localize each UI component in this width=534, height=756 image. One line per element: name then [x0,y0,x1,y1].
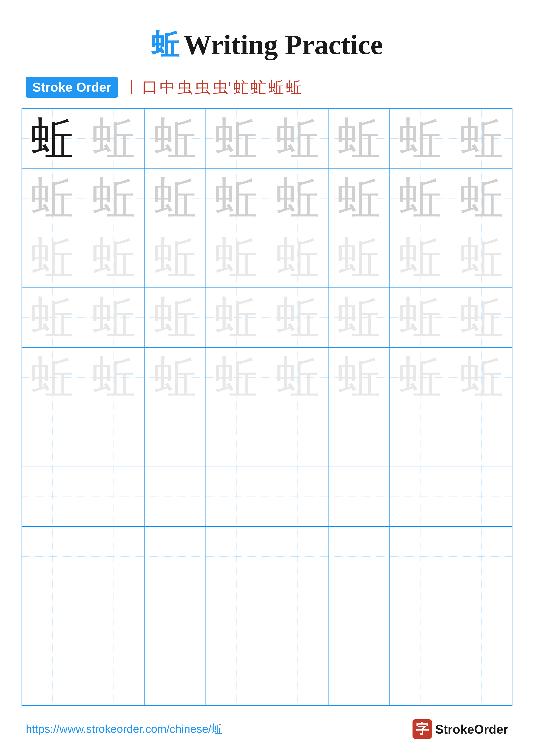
grid-cell[interactable] [22,646,83,706]
grid-cell[interactable]: 蚯 [144,347,206,407]
grid-cell[interactable]: 蚯 [390,109,451,168]
grid-cell[interactable]: 蚯 [22,168,83,228]
grid-cell[interactable]: 蚯 [267,109,328,168]
char-display: 蚯 [92,294,135,341]
grid-cell[interactable]: 蚯 [206,109,267,168]
grid-cell[interactable] [328,586,390,646]
grid-cell[interactable] [451,646,512,706]
grid-cell[interactable] [83,586,144,646]
table-row: 蚯 蚯 蚯 蚯 蚯 蚯 蚯 蚯 [22,168,512,228]
grid-cell[interactable]: 蚯 [451,347,512,407]
grid-cell[interactable]: 蚯 [22,288,83,347]
grid-cell[interactable]: 蚯 [22,109,83,168]
grid-cell[interactable]: 蚯 [22,228,83,288]
grid-cell[interactable] [267,407,328,467]
grid-cell[interactable]: 蚯 [144,109,206,168]
grid-cell[interactable]: 蚯 [328,288,390,347]
grid-cell[interactable]: 蚯 [267,288,328,347]
grid-cell[interactable] [206,526,267,586]
grid-cell[interactable]: 蚯 [328,109,390,168]
grid-cell[interactable]: 蚯 [328,228,390,288]
stroke-order-badge: Stroke Order [26,77,118,97]
grid-cell[interactable] [144,586,206,646]
grid-cell[interactable] [83,467,144,526]
char-display: 蚯 [215,353,258,401]
grid-cell[interactable] [328,467,390,526]
grid-cell[interactable]: 蚯 [83,168,144,228]
grid-cell[interactable]: 蚯 [206,288,267,347]
grid-cell[interactable] [328,526,390,586]
char-display: 蚯 [460,353,503,401]
grid-cell[interactable]: 蚯 [267,347,328,407]
grid-cell[interactable]: 蚯 [451,109,512,168]
stroke-order-section: Stroke Order 丨 口 中 虫 虫 虫' 虻 虻 蚯 蚯 [0,77,534,97]
grid-cell[interactable]: 蚯 [144,288,206,347]
grid-cell[interactable] [267,646,328,706]
grid-cell[interactable] [206,407,267,467]
table-row: 蚯 蚯 蚯 蚯 蚯 蚯 蚯 蚯 [22,109,512,168]
grid-cell[interactable] [22,586,83,646]
table-row [22,467,512,526]
grid-cell[interactable]: 蚯 [83,109,144,168]
char-display: 蚯 [92,174,135,222]
grid-cell[interactable] [267,467,328,526]
grid-cell[interactable]: 蚯 [206,168,267,228]
grid-cell[interactable] [390,646,451,706]
grid-cell[interactable]: 蚯 [451,168,512,228]
grid-cell[interactable]: 蚯 [83,347,144,407]
stroke-2: 口 [142,77,158,97]
grid-cell[interactable]: 蚯 [390,228,451,288]
grid-cell[interactable] [390,586,451,646]
char-display: 蚯 [399,353,442,401]
practice-grid: 蚯 蚯 蚯 蚯 蚯 蚯 蚯 蚯 蚯 蚯 蚯 蚯 蚯 蚯 蚯 蚯 蚯 蚯 蚯 蚯 … [21,108,513,706]
grid-cell[interactable] [144,646,206,706]
grid-cell[interactable]: 蚯 [144,168,206,228]
grid-cell[interactable] [22,407,83,467]
grid-cell[interactable]: 蚯 [267,228,328,288]
char-display: 蚯 [399,174,442,222]
grid-cell[interactable] [451,407,512,467]
grid-cell[interactable]: 蚯 [451,228,512,288]
grid-cell[interactable] [328,646,390,706]
char-display: 蚯 [460,294,503,341]
char-display: 蚯 [399,294,442,341]
grid-cell[interactable] [390,467,451,526]
grid-cell[interactable] [390,526,451,586]
grid-cell[interactable] [83,646,144,706]
grid-cell[interactable]: 蚯 [83,288,144,347]
grid-cell[interactable]: 蚯 [390,347,451,407]
grid-cell[interactable] [206,586,267,646]
grid-cell[interactable] [22,526,83,586]
grid-cell[interactable]: 蚯 [390,288,451,347]
grid-cell[interactable]: 蚯 [206,228,267,288]
page-title: 蚯Writing Practice [0,0,534,77]
grid-cell[interactable]: 蚯 [390,168,451,228]
grid-cell[interactable] [451,586,512,646]
grid-cell[interactable]: 蚯 [22,347,83,407]
grid-cell[interactable] [267,586,328,646]
stroke-5: 虫 [195,77,211,97]
grid-cell[interactable] [144,407,206,467]
grid-cell[interactable] [206,467,267,526]
grid-cell[interactable] [267,526,328,586]
grid-cell[interactable]: 蚯 [451,288,512,347]
grid-cell[interactable]: 蚯 [144,228,206,288]
char-display: 蚯 [215,174,258,222]
grid-cell[interactable] [206,646,267,706]
grid-cell[interactable] [390,407,451,467]
grid-cell[interactable] [83,407,144,467]
grid-cell[interactable] [22,467,83,526]
char-display: 蚯 [31,234,74,282]
grid-cell[interactable] [451,467,512,526]
grid-cell[interactable] [328,407,390,467]
char-display: 蚯 [215,115,258,162]
grid-cell[interactable] [83,526,144,586]
grid-cell[interactable]: 蚯 [267,168,328,228]
grid-cell[interactable] [144,526,206,586]
grid-cell[interactable]: 蚯 [83,228,144,288]
grid-cell[interactable] [144,467,206,526]
grid-cell[interactable] [451,526,512,586]
grid-cell[interactable]: 蚯 [328,168,390,228]
grid-cell[interactable]: 蚯 [206,347,267,407]
grid-cell[interactable]: 蚯 [328,347,390,407]
